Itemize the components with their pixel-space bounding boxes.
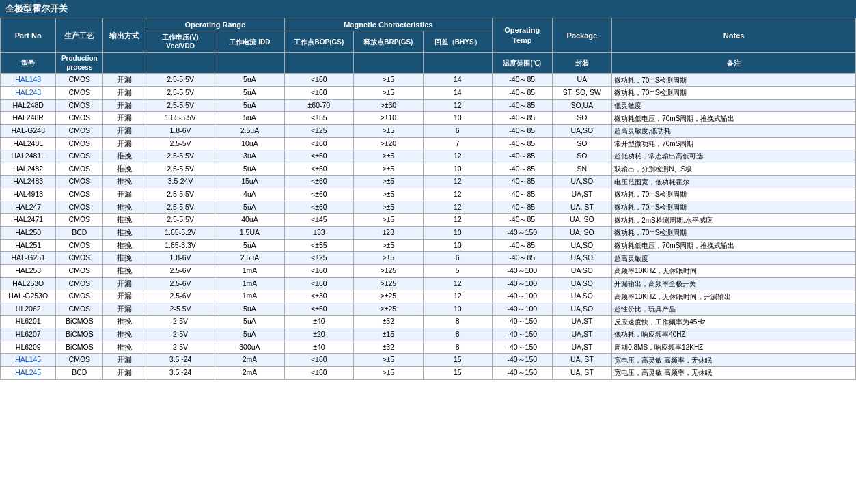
cell-process: CMOS — [56, 214, 103, 227]
col-header-hyst: 回差（BHYS） — [423, 31, 492, 53]
cell-output: 开漏 — [103, 188, 146, 201]
table-row: HAL247CMOS推挽2.5-5.5V5uA<±60>±512-40～85UA… — [1, 201, 856, 214]
cell-partno[interactable]: HAL145 — [1, 354, 56, 367]
cell-output: 推挽 — [103, 316, 146, 328]
cell-notes: 低灵敏度 — [612, 99, 856, 112]
cell-brp: >±20 — [354, 137, 423, 150]
col-subheader-notes: 备注 — [612, 53, 856, 74]
cell-bop: <±60 — [284, 163, 353, 176]
cell-brp: >±5 — [354, 188, 423, 201]
cell-idd: 4uA — [215, 188, 284, 201]
cell-bop: <±60 — [284, 201, 353, 214]
cell-pkg: UA, ST — [552, 201, 612, 214]
table-row: HAL248LCMOS开漏2.5-5V10uA<±60>±207-40～85SO… — [1, 137, 856, 150]
cell-pkg: UA,SO — [552, 239, 612, 252]
table-row: HAL-G251CMOS推挽1.8-6V2.5uA<±25>±56-40～85U… — [1, 252, 856, 265]
cell-idd: 5uA — [215, 163, 284, 176]
cell-process: CMOS — [56, 303, 103, 316]
cell-pkg: UA SO — [552, 277, 612, 290]
cell-bop: <±45 — [284, 214, 353, 227]
table-row: HAL2471CMOS推挽2.5-5.5V40uA<±45>±512-40～85… — [1, 214, 856, 227]
col-header-op-temp: Operating Temp — [492, 18, 552, 53]
col-header-magnetic: Magnetic Characteristics — [284, 18, 492, 31]
cell-partno: HL6201 — [1, 316, 56, 328]
cell-pkg: SN — [552, 163, 612, 176]
cell-output: 推挽 — [103, 150, 146, 163]
cell-hyst: 12 — [423, 201, 492, 214]
cell-output: 开漏 — [103, 277, 146, 290]
cell-vcc: 2.5-5V — [146, 137, 215, 150]
cell-brp: >±5 — [354, 163, 423, 176]
cell-partno: HAL2481L — [1, 150, 56, 163]
cell-bop: <±60 — [284, 150, 353, 163]
col-subheader-output — [103, 53, 146, 74]
cell-pkg: UA,ST — [552, 328, 612, 341]
cell-output: 开漏 — [103, 354, 146, 367]
table-row: HAL2483CMOS推挽3.5-24V15uA<±60>±512-40～85U… — [1, 176, 856, 188]
cell-partno[interactable]: HAL248 — [1, 86, 56, 99]
cell-notes: 电压范围宽，低功耗霍尔 — [612, 176, 856, 188]
cell-partno: HAL2482 — [1, 163, 56, 176]
cell-process: BCD — [56, 367, 103, 380]
cell-pkg: UA, ST — [552, 367, 612, 380]
cell-idd: 40uA — [215, 214, 284, 227]
col-subheader-temp: 温度范围(℃) — [492, 53, 552, 74]
col-header-vcc: 工作电压(V) Vcc/VDD — [146, 31, 215, 53]
cell-process: CMOS — [56, 176, 103, 188]
cell-process: CMOS — [56, 277, 103, 290]
table-row: HAL248DCMOS开漏2.5-5.5V5uA±60-70>±3012-40～… — [1, 99, 856, 112]
col-subheader-partno: 型号 — [1, 53, 56, 74]
cell-bop: <±55 — [284, 239, 353, 252]
cell-vcc: 3.5~24 — [146, 367, 215, 380]
cell-brp: >±5 — [354, 214, 423, 227]
cell-vcc: 2.5-5.5V — [146, 99, 215, 112]
cell-brp: >±5 — [354, 150, 423, 163]
cell-output: 推挽 — [103, 226, 146, 239]
table-row: HAL248CMOS开漏2.5-5.5V5uA<±60>±514-40～85ST… — [1, 86, 856, 99]
cell-process: CMOS — [56, 112, 103, 125]
cell-temp: -40～150 — [492, 226, 552, 239]
cell-notes: 微功耗低电压，70mS周期，推挽式输出 — [612, 239, 856, 252]
cell-hyst: 7 — [423, 137, 492, 150]
cell-bop: <±60 — [284, 264, 353, 277]
cell-hyst: 15 — [423, 354, 492, 367]
cell-notes: 超低功耗，常态输出高低可选 — [612, 150, 856, 163]
cell-hyst: 10 — [423, 303, 492, 316]
cell-vcc: 2.5-5.5V — [146, 86, 215, 99]
cell-pkg: UA, ST — [552, 354, 612, 367]
cell-partno[interactable]: HAL148 — [1, 74, 56, 87]
col-header-output: 输出方式 — [103, 18, 146, 53]
cell-vcc: 2.5-5.5V — [146, 214, 215, 227]
cell-hyst: 6 — [423, 124, 492, 137]
table-row: HAL248RCMOS开漏1.65-5.5V5uA<±55>±1010-40～8… — [1, 112, 856, 125]
cell-idd: 5uA — [215, 99, 284, 112]
cell-partno[interactable]: HAL245 — [1, 367, 56, 380]
cell-vcc: 2.5-6V — [146, 277, 215, 290]
cell-process: CMOS — [56, 264, 103, 277]
cell-temp: -40～100 — [492, 277, 552, 290]
table-row: HAL250BCD推挽1.65-5.2V1.5UA±33±2310-40～150… — [1, 226, 856, 239]
cell-brp: >±5 — [354, 239, 423, 252]
cell-partno: HAL248D — [1, 99, 56, 112]
cell-bop: <±60 — [284, 176, 353, 188]
cell-process: CMOS — [56, 163, 103, 176]
cell-output: 推挽 — [103, 239, 146, 252]
cell-pkg: SO — [552, 137, 612, 150]
cell-brp: >±30 — [354, 99, 423, 112]
table-row: HL6201BiCMOS推挽2-5V5uA±40±328-40～150UA,ST… — [1, 316, 856, 328]
cell-hyst: 5 — [423, 264, 492, 277]
cell-process: CMOS — [56, 201, 103, 214]
cell-brp: ±32 — [354, 341, 423, 354]
cell-vcc: 2.5-6V — [146, 290, 215, 303]
cell-bop: <±25 — [284, 252, 353, 265]
col-header-notes: Notes — [612, 18, 856, 53]
cell-notes: 超性价比，玩具产品 — [612, 303, 856, 316]
col-header-brp: 释放点BRP(GS) — [354, 31, 423, 53]
cell-pkg: UA,SO — [552, 252, 612, 265]
cell-brp: >±5 — [354, 124, 423, 137]
cell-notes: 微功耗，70mS检测周期 — [612, 188, 856, 201]
cell-vcc: 2-5.5V — [146, 303, 215, 316]
cell-bop: <±60 — [284, 137, 353, 150]
col-subheader-vcc — [146, 53, 215, 74]
cell-idd: 5uA — [215, 201, 284, 214]
